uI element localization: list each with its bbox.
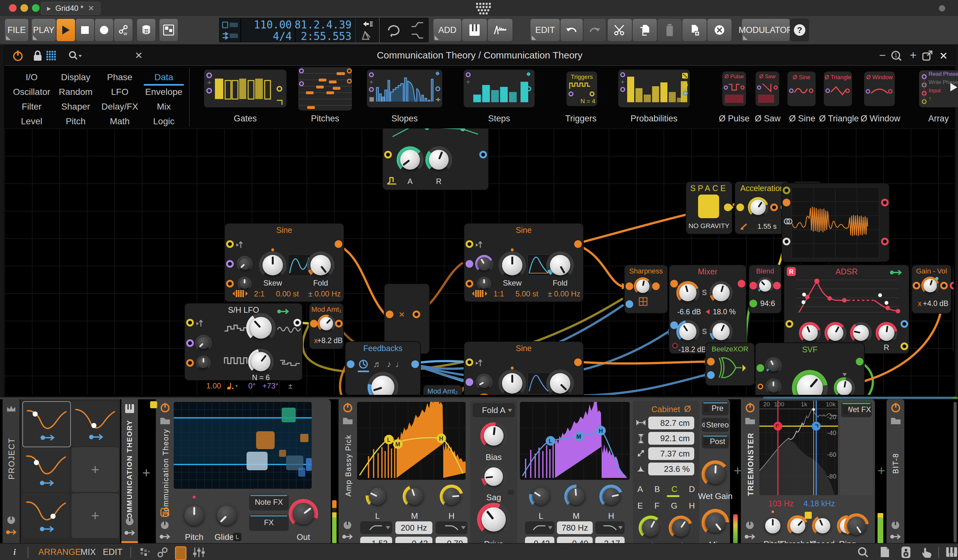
add-instrument-track-button[interactable] [462,19,487,41]
modulator-cell-1[interactable] [22,401,71,447]
category-phase[interactable]: Phase [96,70,144,84]
sine3-sync-port[interactable] [466,359,473,366]
svf-resonance-knob[interactable] [834,377,855,395]
sine1-phase-knob[interactable] [236,256,252,272]
abp-h-knob[interactable] [440,485,463,508]
abp-mix-knob[interactable] [701,509,729,536]
cabinet-width-field[interactable]: 82.7 cm [648,417,694,429]
feedbacks-note16-icon[interactable]: ♬ [373,359,382,369]
undo-button[interactable] [560,19,583,41]
abp-high-slope-select[interactable] [436,521,468,534]
transport-extra-toggles[interactable] [356,18,379,42]
adsr-sustain-knob[interactable] [850,322,872,344]
sharpness-knob[interactable] [634,277,652,295]
palette-thumb-pitches[interactable] [298,67,352,111]
transport-toggles[interactable] [219,18,241,42]
sine2-skew-knob[interactable] [498,251,526,279]
tree-wetfx-button[interactable]: Wet FX [841,402,872,417]
document-tab[interactable]: ▶ Grid40 * ✕ [41,2,100,15]
module-blend[interactable]: Blend 94:6 [749,265,781,313]
feedbacks-out-port[interactable] [411,360,419,368]
cabinet-depth-field[interactable]: 7.37 cm [648,447,694,460]
category-logic[interactable]: Logic [140,114,188,128]
mixer-gain1-knob[interactable] [676,281,699,304]
mixer-in1-port[interactable] [670,280,678,287]
save-button[interactable] [137,19,156,41]
cabinet-reso-field[interactable]: 23.6 % [648,463,694,475]
sharpness-out-port[interactable] [652,282,660,290]
category-lfo[interactable]: LFO [96,85,144,99]
help-button[interactable]: ? [790,19,809,41]
category-delayfx[interactable]: Delay/FX [96,100,144,114]
abp-drive-knob[interactable] [477,503,510,536]
cabinet-letter-f[interactable]: F [654,501,660,511]
tree-low-value[interactable]: 103 Hz [768,499,793,508]
add-device-after[interactable]: + [876,465,887,477]
abp-freq1-field[interactable]: 200 Hz [395,521,432,534]
copy-button[interactable] [632,19,657,41]
sine1-fold-knob[interactable] [307,251,334,279]
ct-grid-display[interactable] [174,402,312,489]
abp-post-high-slope-select[interactable] [595,521,625,534]
modamt1-in-port[interactable] [310,320,318,327]
abp-post-button[interactable]: Post [702,435,729,449]
palette-thumb-array[interactable]: Read Phase Write Phase Input ↑ [919,70,958,107]
edit-button[interactable]: EDIT [530,19,560,41]
sine3-phase-knob[interactable] [476,374,492,390]
acceleration-mod-port[interactable] [770,203,778,211]
module-ar-envelope[interactable]: A R [383,128,488,190]
bit8-preset-folder-icon[interactable] [890,416,901,425]
module-sh-lfo[interactable]: S/H LFO N = 6 1.00 0° +73° [185,303,302,380]
popout-icon[interactable] [922,51,933,61]
sine1-skew-knob[interactable] [259,251,286,279]
blend-knob[interactable] [757,277,773,294]
svf-cutoff-knob[interactable] [792,370,828,395]
zoom-out-icon[interactable]: − [879,49,886,62]
module-oscilloscope[interactable] [782,183,889,262]
tree-preset-folder-icon[interactable] [745,416,755,425]
modulator-add-slot-2[interactable]: + [71,493,119,538]
edit-view-button[interactable]: EDIT [103,547,123,557]
adsr-mod-port[interactable] [901,320,908,328]
category-shaper[interactable]: Shaper [52,100,100,114]
zoom-reset-icon[interactable]: 1 [891,51,902,61]
shlfo-rate-knob[interactable] [196,355,211,370]
sine1-phase-port[interactable] [226,260,234,268]
stop-button[interactable] [75,19,95,41]
duplicate-button[interactable] [682,19,707,41]
feedbacks-note8-icon[interactable]: ♪ [387,359,391,369]
device-communication-theory[interactable]: Communication Theory [156,399,331,545]
ar-gate-port[interactable] [384,151,392,159]
palette-thumb-sine[interactable]: Ø Sine [787,71,815,106]
category-io[interactable]: I/O [8,70,56,84]
svf-mod2-knob[interactable] [765,379,781,395]
feedbacks-time-mode-icon[interactable] [358,359,368,369]
zoom-in-icon[interactable]: + [910,49,917,62]
device-amp-bassy-pick[interactable]: Amp Bassy Pick L M H L M [338,399,730,545]
mixer-solo1[interactable]: S [702,289,707,297]
play-button[interactable] [56,19,75,41]
record-button[interactable] [95,19,114,41]
device-panel-scrollbar[interactable] [953,402,957,543]
device-panel-toggle-icon[interactable] [175,546,187,560]
maximize-window-button[interactable] [32,4,40,12]
adsr-gate-port[interactable] [785,320,793,328]
cabinet-letter-b[interactable]: B [654,484,660,494]
svf-in-port[interactable] [757,364,764,372]
palette-thumb-steps[interactable]: + [464,70,535,107]
category-envelope[interactable]: Envelope [140,85,188,99]
category-data[interactable]: Data [140,70,188,84]
play-menu-button[interactable]: PLAY [31,19,56,41]
paste-button[interactable] [657,19,682,41]
abp-post-h-knob[interactable] [600,485,623,508]
adsr-attack-knob[interactable] [799,322,821,344]
shlfo-rate-port[interactable] [186,359,194,367]
feedbacks-in-port[interactable] [347,360,354,368]
modulator-cell-4[interactable] [22,493,70,538]
module-mod-amt-1[interactable]: Mod Amt₁ x +8.2 dB [309,303,343,349]
tree-speed-knob[interactable] [812,515,833,536]
ct-out-knob[interactable] [289,499,318,528]
abp-pre-spectrum-display[interactable]: L M H [357,402,466,480]
svf-mod1-knob[interactable] [765,357,782,374]
sine3-phase-port[interactable] [466,378,473,386]
